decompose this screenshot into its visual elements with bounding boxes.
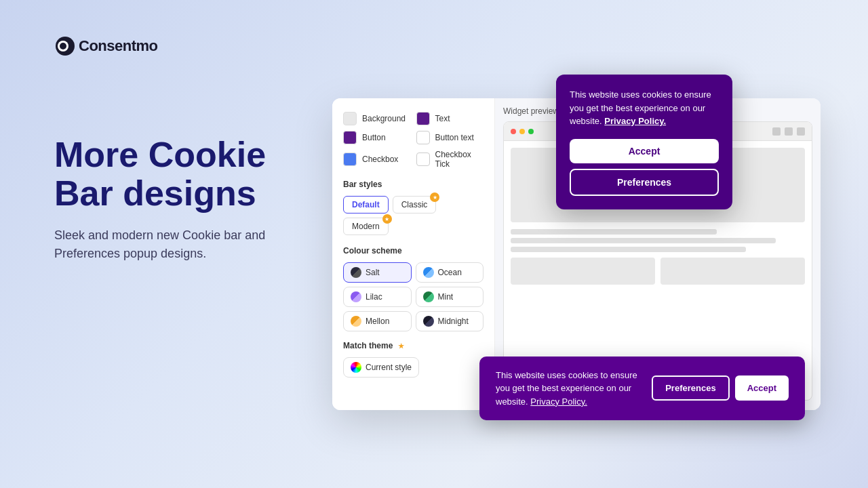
match-theme-group: Current style	[343, 357, 484, 378]
cookie-bar-actions: Preferences Accept	[652, 375, 789, 401]
mint-dot	[423, 291, 434, 302]
ocean-dot	[423, 267, 434, 278]
lilac-dot	[351, 291, 361, 302]
button-text-swatch	[416, 131, 430, 144]
browser-icon-1	[772, 127, 781, 136]
cookie-popup-text: This website uses cookies to ensure you …	[570, 88, 719, 128]
scheme-salt[interactable]: Salt	[343, 262, 412, 283]
scheme-mellon[interactable]: Mellon	[343, 311, 412, 331]
scheme-ocean[interactable]: Ocean	[416, 262, 484, 283]
bar-style-default[interactable]: Default	[343, 196, 389, 214]
content-line-3	[511, 247, 746, 252]
cookie-bar-accept-button[interactable]: Accept	[735, 375, 789, 401]
browser-dot-yellow	[519, 129, 525, 134]
left-content: More Cookie Bar designs Sleek and modern…	[54, 136, 312, 263]
content-lines-1	[511, 229, 805, 252]
checkbox-swatch	[343, 152, 357, 166]
background-swatch	[343, 112, 357, 125]
page-headline: More Cookie Bar designs	[54, 136, 312, 213]
button-label: Button	[362, 133, 386, 142]
settings-panel: Background Text Button Button text Check…	[332, 98, 495, 410]
cookie-bar-preferences-button[interactable]: Preferences	[652, 375, 729, 401]
text-swatch	[416, 112, 430, 125]
logo: Consentmo	[54, 35, 158, 57]
text-label: Text	[435, 114, 450, 123]
bar-styles-group: Default Classic ★ Modern ★	[343, 196, 484, 235]
browser-dot-green	[528, 129, 534, 134]
modern-badge: ★	[382, 214, 392, 224]
salt-label: Salt	[366, 268, 380, 277]
checkbox-tick-swatch	[416, 152, 430, 166]
colour-scheme-grid: Salt Ocean Lilac Mint Mellon Midnight	[343, 262, 484, 331]
midnight-label: Midnight	[438, 317, 469, 326]
color-grid: Background Text Button Button text Check…	[343, 112, 484, 169]
content-line-1	[511, 229, 717, 235]
browser-icon-3	[797, 127, 805, 136]
color-item-text: Text	[416, 112, 484, 125]
scheme-mint[interactable]: Mint	[416, 287, 484, 307]
cookie-bar-text: This website uses cookies to ensure you …	[496, 369, 638, 409]
scheme-lilac[interactable]: Lilac	[343, 287, 412, 307]
color-item-checkbox-tick: Checkbox Tick	[416, 150, 484, 169]
cookie-popup-accept-button[interactable]: Accept	[570, 139, 719, 163]
colour-scheme-label: Colour scheme	[343, 246, 484, 256]
cookie-popup-privacy-link[interactable]: Privacy Policy.	[604, 116, 666, 126]
bar-styles-label: Bar styles	[343, 180, 484, 189]
match-theme-label: Match theme ★	[343, 341, 484, 350]
content-col-2	[660, 258, 805, 285]
bar-style-modern[interactable]: Modern ★	[343, 218, 389, 235]
mint-label: Mint	[438, 292, 454, 302]
checkbox-label: Checkbox	[362, 155, 398, 164]
cookie-popup-preferences-button[interactable]: Preferences	[570, 169, 719, 196]
logo-icon	[54, 35, 76, 57]
checkbox-tick-label: Checkbox Tick	[435, 150, 484, 169]
scheme-current-style[interactable]: Current style	[343, 357, 419, 378]
logo-text: Consentmo	[79, 37, 158, 55]
current-style-dot	[351, 362, 361, 373]
button-text-label: Button text	[435, 133, 474, 142]
content-line-2	[511, 238, 776, 243]
page-subtext: Sleek and modern new Cookie bar and Pref…	[54, 226, 312, 263]
bar-style-classic[interactable]: Classic ★	[393, 196, 437, 214]
cookie-bar-bottom: This website uses cookies to ensure you …	[479, 357, 805, 421]
mellon-label: Mellon	[366, 317, 389, 326]
classic-badge: ★	[430, 192, 439, 202]
svg-point-2	[60, 43, 66, 49]
content-columns	[511, 258, 805, 290]
browser-icon-2	[785, 127, 793, 136]
scheme-midnight[interactable]: Midnight	[416, 311, 484, 331]
lilac-label: Lilac	[366, 292, 382, 302]
cookie-bar-privacy-link[interactable]: Privacy Policy.	[530, 396, 587, 407]
content-col-1	[511, 258, 655, 285]
color-item-checkbox: Checkbox	[343, 150, 411, 169]
button-swatch	[343, 131, 357, 144]
ocean-label: Ocean	[438, 268, 462, 277]
color-item-button-text: Button text	[416, 131, 484, 144]
mellon-dot	[351, 316, 361, 327]
background-label: Background	[362, 114, 406, 123]
cookie-popup-dark: This website uses cookies to ensure you …	[556, 75, 732, 209]
salt-dot	[351, 267, 361, 278]
current-style-label: Current style	[366, 363, 412, 372]
color-item-background: Background	[343, 112, 411, 125]
midnight-dot	[423, 316, 434, 327]
color-item-button: Button	[343, 131, 411, 144]
browser-dot-red	[511, 129, 516, 134]
